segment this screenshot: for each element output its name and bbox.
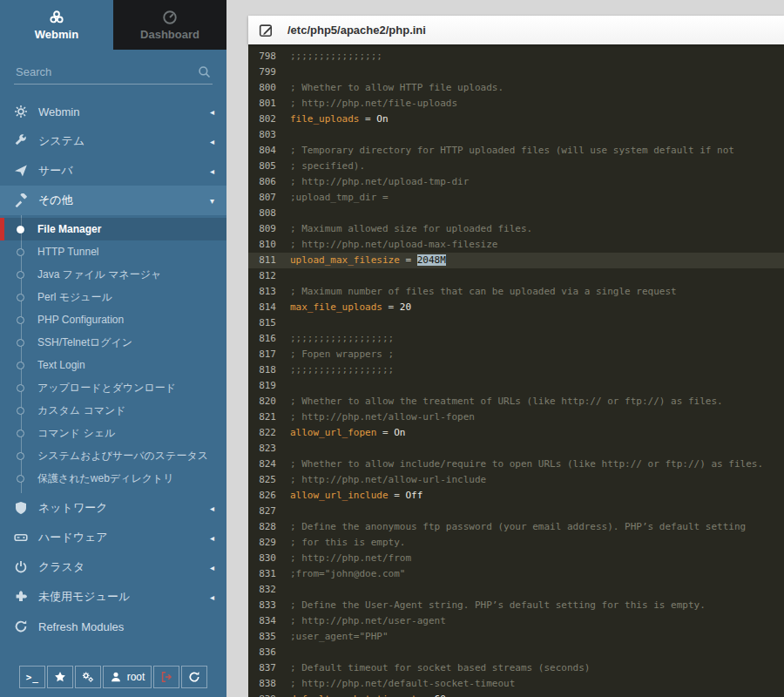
code-line[interactable]: 816;;;;;;;;;;;;;;;;;;	[248, 331, 784, 347]
sidebar-item-label: Refresh Modules	[38, 620, 214, 633]
submenu-item-file-manager[interactable]: File Manager	[0, 218, 226, 240]
line-number: 810	[248, 237, 276, 253]
line-number: 800	[248, 80, 276, 96]
submenu-item-カスタム-コマンド[interactable]: カスタム コマンド	[0, 399, 226, 422]
search-input[interactable]	[14, 62, 213, 85]
code-line[interactable]: 802file_uploads = On	[248, 112, 784, 127]
code-line[interactable]: 822allow_url_fopen = On	[248, 425, 784, 441]
favorites-button[interactable]	[47, 666, 73, 688]
bullet-icon	[17, 475, 24, 483]
submenu-item-java-ファイル-マネージャ[interactable]: Java ファイル マネージャ	[0, 263, 226, 286]
line-text: max_file_uploads = 20	[290, 300, 411, 315]
submenu-item-保護されたwebディレクトリ[interactable]: 保護されたwebディレクトリ	[0, 467, 226, 490]
submenu-item-php-configuration[interactable]: PHP Configuration	[0, 308, 226, 331]
main-panel: /etc/php5/apache2/php.ini 798;;;;;;;;;;;…	[226, 0, 784, 697]
submenu-item-ssh/telnetログイン[interactable]: SSH/Telnetログイン	[0, 331, 226, 354]
line-text: ; Whether to allow HTTP file uploads.	[290, 80, 504, 96]
sidebar-item-refresh-modules[interactable]: Refresh Modules	[0, 612, 226, 641]
settings-button[interactable]	[75, 666, 101, 688]
code-line[interactable]: 832	[248, 582, 784, 598]
webmin-app: WebminDashboard Webmin◂システム◂サーバ◂その他▾File…	[0, 0, 784, 697]
search-icon[interactable]	[198, 65, 211, 78]
line-number: 807	[248, 190, 276, 206]
edit-file-icon[interactable]	[259, 23, 274, 37]
line-number: 819	[248, 378, 276, 394]
code-line[interactable]: 815	[248, 315, 784, 331]
sidebar-item-webmin[interactable]: Webmin◂	[0, 97, 226, 126]
code-line[interactable]: 808	[248, 206, 784, 221]
sidebar-item-クラスタ[interactable]: クラスタ◂	[0, 552, 226, 582]
submenu-item-http-tunnel[interactable]: HTTP Tunnel	[0, 240, 226, 263]
submenu-item-label: Perl モジュール	[37, 290, 112, 305]
code-line[interactable]: 823	[248, 441, 784, 457]
sidebar-item-ネットワーク[interactable]: ネットワーク◂	[0, 493, 226, 523]
code-line[interactable]: 809; Maximum allowed size for uploaded f…	[248, 221, 784, 237]
code-line[interactable]: 810; http://php.net/upload-max-filesize	[248, 237, 784, 253]
terminal-button[interactable]: >_	[19, 666, 45, 688]
sidebar-item-システム[interactable]: システム◂	[0, 126, 226, 156]
submenu-item-text-login[interactable]: Text Login	[0, 354, 226, 376]
code-line[interactable]: 830; http://php.net/from	[248, 551, 784, 566]
star-icon	[54, 671, 66, 683]
code-line[interactable]: 833; Define the User-Agent string. PHP’s…	[248, 598, 784, 613]
code-line[interactable]: 821; http://php.net/allow-url-fopen	[248, 409, 784, 425]
code-line[interactable]: 825; http://php.net/allow-url-include	[248, 472, 784, 488]
code-line[interactable]: 813; Maximum number of files that can be…	[248, 284, 784, 300]
code-editor[interactable]: 798;;;;;;;;;;;;;;;;799800; Whether to al…	[248, 44, 784, 697]
sidebar-item-label: ハードウェア	[38, 530, 210, 545]
code-line[interactable]: 818;;;;;;;;;;;;;;;;;;	[248, 362, 784, 378]
tab-dashboard[interactable]: Dashboard	[113, 0, 226, 50]
line-text: ;;;;;;;;;;;;;;;;;;	[290, 362, 394, 378]
code-line[interactable]: 800; Whether to allow HTTP file uploads.	[248, 80, 784, 96]
code-line[interactable]: 827	[248, 504, 784, 519]
logout-button[interactable]	[153, 666, 179, 688]
code-line[interactable]: 834; http://php.net/user-agent	[248, 613, 784, 629]
code-line[interactable]: 839default_socket_timeout = 60	[248, 692, 784, 697]
code-line[interactable]: 819	[248, 378, 784, 394]
code-line[interactable]: 835;user_agent="PHP"	[248, 629, 784, 645]
code-line[interactable]: 804; Temporary directory for HTTP upload…	[248, 143, 784, 159]
code-line[interactable]: 826allow_url_include = Off	[248, 488, 784, 504]
submenu-item-perl-モジュール[interactable]: Perl モジュール	[0, 286, 226, 308]
code-line[interactable]: 799	[248, 64, 784, 80]
code-line[interactable]: 836	[248, 645, 784, 660]
signout-icon	[160, 671, 172, 683]
code-line[interactable]: 814max_file_uploads = 20	[248, 300, 784, 315]
shield-icon	[14, 501, 28, 515]
code-line[interactable]: 798;;;;;;;;;;;;;;;;	[248, 49, 784, 64]
code-line[interactable]: 837; Default timeout for socket based st…	[248, 660, 784, 676]
line-text: allow_url_fopen = On	[290, 425, 405, 441]
submenu-item-アップロードとダウンロード[interactable]: アップロードとダウンロード	[0, 376, 226, 399]
code-line[interactable]: 801; http://php.net/file-uploads	[248, 96, 784, 112]
code-line[interactable]: 820; Whether to allow the treatment of U…	[248, 394, 784, 409]
refresh-button[interactable]	[181, 666, 207, 688]
line-number: 805	[248, 159, 276, 174]
user-button[interactable]: root	[103, 666, 152, 688]
code-line[interactable]: 806; http://php.net/upload-tmp-dir	[248, 174, 784, 190]
sidebar-item-その他[interactable]: その他▾	[0, 186, 226, 215]
chevron-left-icon: ◂	[210, 592, 214, 602]
tab-label: Dashboard	[140, 28, 199, 41]
sidebar-item-未使用モジュール[interactable]: 未使用モジュール◂	[0, 582, 226, 612]
code-line[interactable]: 824; Whether to allow include/require to…	[248, 457, 784, 472]
code-line[interactable]: 817; Fopen wrappers ;	[248, 347, 784, 362]
sidebar-item-サーバ[interactable]: サーバ◂	[0, 156, 226, 186]
sidebar-item-ハードウェア[interactable]: ハードウェア◂	[0, 523, 226, 552]
submenu-item-コマンド-シェル[interactable]: コマンド シェル	[0, 422, 226, 444]
code-line[interactable]: 812	[248, 268, 784, 284]
sidebar-item-label: その他	[38, 193, 210, 208]
code-line[interactable]: 828; Define the anonymous ftp password (…	[248, 519, 784, 535]
code-line[interactable]: 805; specified).	[248, 159, 784, 174]
code-line[interactable]: 829; for this is empty.	[248, 535, 784, 551]
submenu-item-システムおよびサーバのステータス[interactable]: システムおよびサーバのステータス	[0, 444, 226, 467]
code-line[interactable]: 811upload_max_filesize = 2048M	[248, 253, 784, 268]
tab-webmin[interactable]: Webmin	[0, 0, 113, 50]
code-line[interactable]: 831;from="john@doe.com"	[248, 566, 784, 582]
line-text: ; specified).	[290, 159, 365, 174]
line-number: 827	[248, 504, 276, 519]
chevron-left-icon: ◂	[210, 137, 214, 146]
code-line[interactable]: 838; http://php.net/default-socket-timeo…	[248, 676, 784, 692]
submenu-item-label: File Manager	[37, 223, 101, 235]
code-line[interactable]: 803	[248, 127, 784, 143]
code-line[interactable]: 807;upload_tmp_dir =	[248, 190, 784, 206]
